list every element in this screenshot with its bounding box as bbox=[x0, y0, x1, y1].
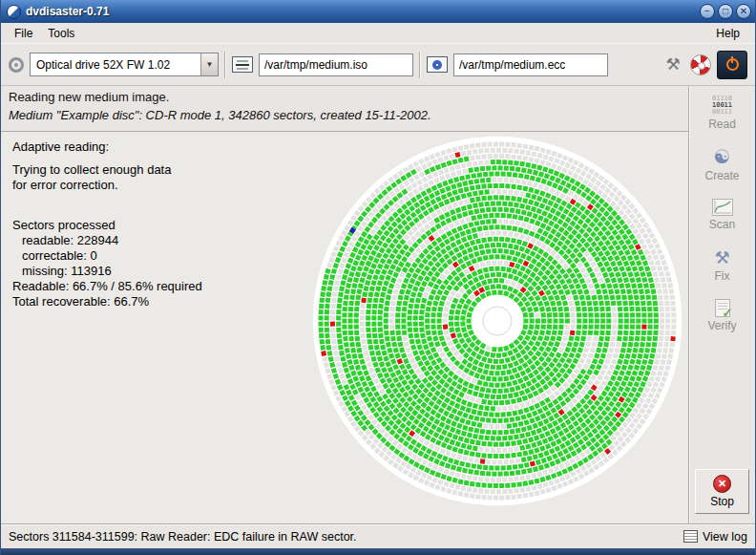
drive-icon[interactable] bbox=[9, 57, 24, 73]
window-title: dvdisaster-0.71 bbox=[26, 5, 700, 18]
scan-chart-icon bbox=[712, 199, 733, 216]
stop-button[interactable]: ✕ Stop bbox=[695, 469, 749, 514]
power-icon bbox=[726, 58, 739, 71]
adaptive-desc-line2: for error correction. bbox=[12, 178, 202, 193]
minimize-button[interactable]: − bbox=[700, 4, 715, 19]
stop-x-icon: ✕ bbox=[713, 475, 731, 493]
readable-count: readable: 228944 bbox=[12, 233, 202, 248]
view-log-icon bbox=[683, 530, 698, 543]
app-icon bbox=[7, 5, 21, 19]
read-icon: 01110 10011 00111 bbox=[712, 96, 732, 116]
maximize-button[interactable]: □ bbox=[718, 4, 733, 19]
toolbar: Optical drive 52X FW 1.02 ▼ ⚒ bbox=[1, 44, 755, 86]
status-header: Reading new medium image. Medium "Exampl… bbox=[1, 86, 690, 132]
app-window: dvdisaster-0.71 − □ ✕ File Tools Help Op… bbox=[0, 0, 756, 555]
preferences-button[interactable]: ⚒ bbox=[662, 52, 684, 78]
sectors-processed-title: Sectors processed bbox=[12, 218, 202, 233]
ecc-path-input[interactable] bbox=[453, 53, 608, 76]
main-area: Adaptive reading: Trying to collect enou… bbox=[1, 132, 690, 523]
create-button[interactable]: ☯ Create bbox=[694, 140, 751, 187]
sector-spiral bbox=[306, 130, 688, 512]
window-controls: − □ ✕ bbox=[700, 4, 751, 19]
read-button[interactable]: 01110 10011 00111 Read bbox=[694, 90, 751, 137]
menu-file[interactable]: File bbox=[7, 25, 40, 42]
view-log-label: View log bbox=[703, 530, 747, 544]
drive-select-value: Optical drive 52X FW 1.02 bbox=[31, 58, 200, 72]
status-line2: Medium "Example disc": CD-R mode 1, 3428… bbox=[9, 108, 682, 122]
check-icon: ✓ bbox=[723, 306, 733, 320]
readable-percentage: Readable: 66.7% / 85.6% required bbox=[12, 279, 202, 294]
missing-count: missing: 113916 bbox=[12, 264, 202, 279]
adaptive-desc-line1: Trying to collect enough data bbox=[12, 162, 202, 178]
fix-button-label: Fix bbox=[715, 269, 730, 283]
iso-path-input[interactable] bbox=[259, 53, 413, 76]
iso-file-icon bbox=[232, 56, 253, 73]
read-icon-line3: 00111 bbox=[712, 108, 732, 116]
menu-tools[interactable]: Tools bbox=[40, 25, 82, 42]
window-frame-bottom bbox=[1, 548, 755, 555]
view-log-button[interactable]: View log bbox=[683, 530, 747, 544]
wrench-icon: ⚒ bbox=[665, 54, 680, 75]
action-sidebar: 01110 10011 00111 Read ☯ Create Scan ⚒ F… bbox=[688, 86, 755, 523]
quit-button[interactable] bbox=[717, 51, 747, 79]
toolbar-separator bbox=[419, 52, 421, 78]
scan-button-label: Scan bbox=[709, 218, 735, 231]
read-button-label: Read bbox=[708, 117, 736, 131]
yin-yang-icon: ☯ bbox=[714, 146, 731, 167]
status-line1: Reading new medium image. bbox=[9, 90, 682, 104]
menu-help[interactable]: Help bbox=[708, 25, 747, 42]
close-button[interactable]: ✕ bbox=[736, 4, 751, 19]
cd-icon[interactable] bbox=[690, 54, 711, 75]
statusbar: Sectors 311584-311599: Raw Reader: EDC f… bbox=[1, 523, 755, 548]
status-message: Sectors 311584-311599: Raw Reader: EDC f… bbox=[9, 530, 683, 544]
tools-icon: ⚒ bbox=[714, 248, 729, 267]
titlebar: dvdisaster-0.71 − □ ✕ bbox=[1, 0, 755, 23]
ecc-file-icon bbox=[427, 56, 448, 73]
correctable-count: correctable: 0 bbox=[12, 248, 202, 264]
drive-select[interactable]: Optical drive 52X FW 1.02 ▼ bbox=[30, 53, 219, 76]
verify-button-label: Verify bbox=[707, 319, 736, 332]
verify-doc-icon: ✓ bbox=[715, 299, 730, 317]
scan-button[interactable]: Scan bbox=[694, 191, 751, 238]
stop-button-label: Stop bbox=[710, 495, 734, 508]
verify-button[interactable]: ✓ Verify bbox=[694, 292, 751, 339]
chevron-down-icon: ▼ bbox=[200, 53, 218, 75]
total-recoverable: Total recoverable: 66.7% bbox=[12, 294, 202, 310]
toolbar-separator bbox=[224, 52, 226, 78]
reading-info-panel: Adaptive reading: Trying to collect enou… bbox=[12, 139, 202, 310]
fix-button[interactable]: ⚒ Fix bbox=[694, 242, 751, 288]
menubar: File Tools Help bbox=[1, 23, 755, 44]
create-button-label: Create bbox=[704, 169, 739, 182]
adaptive-reading-title: Adaptive reading: bbox=[12, 139, 202, 155]
